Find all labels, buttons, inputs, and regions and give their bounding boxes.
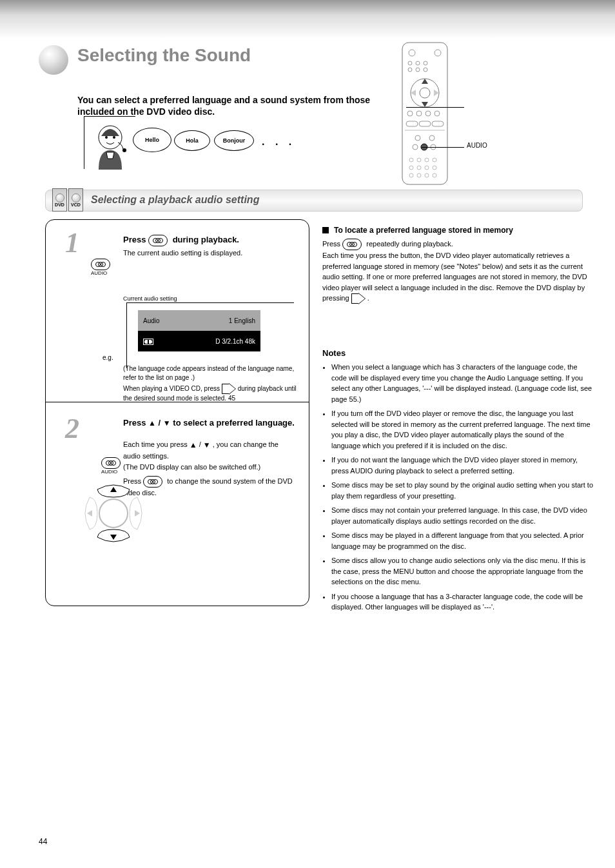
up-arrow-icon: ▲	[148, 418, 156, 428]
notes-title: Notes	[322, 348, 593, 358]
svg-point-3	[113, 136, 115, 139]
osd-callout-hline	[126, 302, 294, 303]
step1-heading: Press during playback.	[123, 234, 297, 246]
up-arrow-icon: ▲	[190, 439, 197, 451]
title-row: Selecting the Sound	[77, 45, 251, 68]
note-item: Some discs may not contain your preferre…	[331, 505, 593, 526]
remote-callout-audio: AUDIO	[467, 142, 487, 149]
page-ref-45: 45	[228, 395, 235, 402]
bar-title: Selecting a playback audio setting	[91, 194, 259, 206]
step-number-2: 2	[65, 412, 79, 445]
audio-label: AUDIO	[91, 270, 136, 276]
down-arrow-icon: ▼	[203, 439, 211, 451]
steps-panel: 1 Press during playback. AUDIO The curre…	[45, 219, 309, 606]
vcd-note: When playing a VIDEO CD, press during pl…	[123, 384, 297, 403]
svg-point-2	[105, 136, 108, 139]
format-bar: DVD VCD Selecting a playback audio setti…	[45, 190, 583, 212]
osd-callout-vline	[126, 302, 127, 368]
osd-caption-2: (The language code appears instead of th…	[123, 364, 297, 382]
callout-line-1	[406, 107, 464, 108]
step2-heading: Press ▲ / ▼ to select a preferred langua…	[123, 417, 296, 429]
disc-icon	[55, 193, 64, 202]
note-item: Some discs allow you to change audio sel…	[331, 555, 593, 587]
disc-icon	[72, 193, 81, 202]
intro-text: You can select a preferred language and …	[77, 94, 380, 117]
example-label: e.g.	[102, 354, 113, 361]
osd-caption: Current audio setting	[123, 296, 177, 302]
play-button-icon	[351, 293, 366, 304]
step-divider	[46, 402, 309, 402]
osd-row2-left	[143, 337, 153, 344]
osd-row1-left: Audio	[143, 317, 160, 324]
osd-row2-right: D 3/2.1ch 48k	[215, 338, 255, 345]
play-button-icon	[222, 384, 236, 394]
page-content: Selecting the Sound You can select a pre…	[39, 45, 596, 849]
vcd-badge: VCD	[68, 188, 83, 212]
audio-button-large-2: AUDIO	[101, 457, 123, 475]
locate-body: Press repeatedly during playback. Each t…	[322, 239, 593, 304]
osd-row1-right: 1 English	[229, 317, 255, 324]
step1-desc: The current audio setting is displayed.	[123, 248, 297, 258]
speech-bubble-2: Hola	[174, 130, 210, 151]
audio-button-large: AUDIO	[91, 259, 136, 276]
down-arrow-icon: ▼	[163, 418, 171, 428]
dolby-icon	[143, 339, 153, 345]
notes-list: When you select a language which has 3 c…	[322, 362, 593, 613]
format-badges: DVD VCD	[52, 188, 83, 212]
speech-bubble-1: Hello	[133, 128, 171, 152]
svg-point-53	[99, 499, 128, 528]
osd-row-2: D 3/2.1ch 48k	[138, 331, 260, 351]
dvd-badge: DVD	[52, 188, 67, 212]
note-item: Some discs may be played in a different …	[331, 530, 593, 551]
speech-bubble-3: Bonjour	[214, 130, 254, 151]
remote-diagram	[396, 41, 454, 186]
note-item: If you choose a language that has a 3-ch…	[331, 591, 593, 613]
svg-point-4	[122, 148, 126, 152]
page-title: Selecting the Sound	[77, 45, 251, 66]
audio-button-icon	[342, 239, 362, 250]
osd-display: Audio 1 English D 3/2.1ch 48k	[138, 310, 260, 351]
audio-label: AUDIO	[101, 469, 123, 475]
page-number: 44	[39, 837, 47, 846]
svg-rect-5	[402, 43, 447, 184]
note-item: Some discs may be set to play sound by t…	[331, 480, 593, 501]
note-item: If you do not want the language which th…	[331, 455, 593, 476]
top-gradient	[0, 0, 615, 39]
step2-body: Each time you press ▲ / ▼ , you can chan…	[123, 439, 296, 498]
locate-language-block: To locate a preferred language stored in…	[322, 226, 593, 304]
step2-desc2: (The DVD display can also be switched of…	[123, 462, 296, 473]
note-item: When you select a language which has 3 c…	[331, 362, 593, 404]
section-bullet-sphere	[39, 45, 68, 75]
direction-pad	[78, 478, 149, 549]
ellipsis-dots: · · ·	[262, 139, 295, 150]
audio-button-icon	[148, 235, 168, 246]
osd-caption-line1: Current audio setting	[123, 296, 177, 302]
locate-heading: To locate a preferred language stored in…	[322, 226, 593, 235]
step-number-1: 1	[65, 226, 79, 259]
osd-row-1: Audio 1 English	[138, 310, 260, 331]
notes-section: Notes When you select a language which h…	[322, 348, 593, 616]
portrait-illustration	[84, 116, 135, 169]
callout-line-2	[422, 147, 464, 148]
note-item: If you turn off the DVD video player or …	[331, 408, 593, 451]
